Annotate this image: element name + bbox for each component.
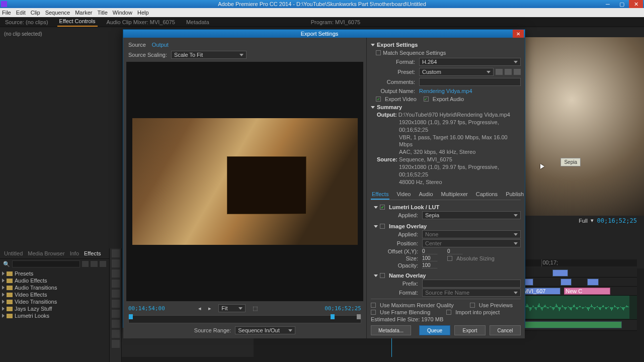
menu-marker[interactable]: Marker xyxy=(75,10,92,16)
twisty-icon[interactable] xyxy=(374,206,378,209)
lumetri-select[interactable]: Sepia xyxy=(422,211,521,219)
offset-x-input[interactable] xyxy=(422,248,437,254)
twisty-icon[interactable] xyxy=(374,275,378,277)
prefix-input[interactable] xyxy=(422,280,521,288)
tree-item[interactable]: Audio Effects xyxy=(2,277,107,284)
tab-metadata[interactable]: Metadata xyxy=(184,18,211,27)
timecode-out[interactable]: 00;16;52;25 xyxy=(325,305,361,312)
menu-window[interactable]: Window xyxy=(113,10,132,16)
fx-badge-icon-3[interactable] xyxy=(100,261,106,267)
source-scaling-select[interactable]: Scale To Fit xyxy=(171,51,247,59)
twisty-icon[interactable] xyxy=(374,225,378,228)
export-button[interactable]: Export xyxy=(454,325,486,335)
hand-tool[interactable] xyxy=(112,330,120,338)
menu-sequence[interactable]: Sequence xyxy=(45,10,70,16)
track-select-tool[interactable] xyxy=(112,259,120,267)
comments-input[interactable] xyxy=(419,78,521,86)
tree-item[interactable]: Video Transitions xyxy=(2,298,107,305)
twisty-icon[interactable] xyxy=(371,106,375,109)
chevron-down-icon[interactable]: ▾ xyxy=(591,217,594,224)
fx-badge-icon-2[interactable] xyxy=(91,261,97,267)
subtab-multiplexer[interactable]: Multiplexer xyxy=(440,190,469,200)
subtab-video[interactable]: Video xyxy=(395,190,412,200)
tree-item[interactable]: Audio Transitions xyxy=(2,284,107,291)
subtab-effects[interactable]: Effects xyxy=(371,190,389,200)
tree-item[interactable]: Video Effects xyxy=(2,291,107,298)
max-render-checkbox[interactable] xyxy=(371,303,376,308)
next-frame-icon[interactable]: ▸ xyxy=(208,305,211,312)
menu-clip[interactable]: Clip xyxy=(31,10,40,16)
name-overlay-checkbox[interactable] xyxy=(380,273,385,278)
abs-sizing-checkbox[interactable] xyxy=(447,256,452,261)
subtab-captions[interactable]: Captions xyxy=(475,190,499,200)
import-preset-icon[interactable] xyxy=(505,69,512,75)
queue-button[interactable]: Queue xyxy=(419,325,450,335)
rate-stretch-tool[interactable] xyxy=(112,290,120,298)
maximize-button[interactable]: ▢ xyxy=(615,0,629,8)
export-timeline[interactable] xyxy=(128,315,361,323)
video-clip[interactable] xyxy=(552,269,568,277)
menu-help[interactable]: Help xyxy=(137,10,149,16)
aspect-ratio-icon[interactable]: ⬚ xyxy=(253,305,258,312)
offset-y-input[interactable] xyxy=(447,248,462,254)
close-button[interactable]: ✕ xyxy=(629,0,643,8)
selection-tool[interactable] xyxy=(112,249,120,257)
tab-output[interactable]: Output xyxy=(152,42,169,48)
zoom-tool[interactable] xyxy=(112,340,120,348)
tab-audio-mixer[interactable]: Audio Clip Mixer: MVI_6075 xyxy=(105,18,177,27)
delete-preset-icon[interactable] xyxy=(514,69,521,75)
match-seq-checkbox[interactable] xyxy=(376,50,381,55)
image-overlay-select[interactable]: None xyxy=(422,230,521,238)
pen-tool[interactable] xyxy=(112,320,120,328)
tab-project-untitled[interactable]: Untitled xyxy=(4,250,23,256)
rolling-edit-tool[interactable] xyxy=(112,280,120,288)
tree-item[interactable]: Lumetri Looks xyxy=(2,312,107,319)
save-preset-icon[interactable] xyxy=(496,69,503,75)
subtab-audio[interactable]: Audio xyxy=(418,190,434,200)
effects-search-input[interactable] xyxy=(12,260,80,267)
cancel-button[interactable]: Cancel xyxy=(490,325,521,335)
preset-select[interactable]: Custom xyxy=(419,68,494,76)
frame-blending-checkbox[interactable] xyxy=(371,310,376,315)
lumetri-checkbox[interactable]: ✓ xyxy=(380,205,385,210)
timecode-in[interactable]: 00;14;54;00 xyxy=(128,305,165,312)
tree-item[interactable]: Jays Lazy Stuff xyxy=(2,305,107,312)
name-format-select[interactable]: Source File Name xyxy=(422,289,521,297)
tab-source[interactable]: Source xyxy=(128,42,146,48)
dialog-titlebar[interactable]: Export Settings ✕ xyxy=(123,30,525,38)
prev-frame-icon[interactable]: ◂ xyxy=(198,305,201,312)
tab-info[interactable]: Info xyxy=(70,250,79,256)
export-audio-checkbox[interactable]: ✓ xyxy=(424,97,429,102)
position-select[interactable]: Center xyxy=(422,239,521,247)
fx-badge-icon[interactable] xyxy=(82,261,89,267)
video-clip[interactable] xyxy=(587,279,599,286)
tab-effects[interactable]: Effects xyxy=(84,250,101,256)
menu-file[interactable]: File xyxy=(2,10,11,16)
tab-source[interactable]: Source: (no clips) xyxy=(3,18,50,27)
size-input[interactable] xyxy=(422,255,437,261)
menu-edit[interactable]: Edit xyxy=(16,10,26,16)
tab-program[interactable]: Program: MVI_6075 xyxy=(309,18,362,27)
slip-tool[interactable] xyxy=(112,310,120,318)
opacity-input[interactable] xyxy=(422,262,437,268)
program-zoom[interactable]: Full xyxy=(579,218,588,224)
source-range-select[interactable]: Sequence In/Out xyxy=(235,326,295,334)
output-name-link[interactable]: Rendering Vidya.mp4 xyxy=(419,88,472,94)
use-previews-checkbox[interactable] xyxy=(470,303,475,308)
tab-effect-controls[interactable]: Effect Controls xyxy=(57,17,98,27)
tab-media-browser[interactable]: Media Browser xyxy=(28,250,64,256)
video-clip[interactable]: MVI_607 xyxy=(522,288,560,295)
dialog-close-button[interactable]: ✕ xyxy=(513,30,524,38)
format-select[interactable]: H.264 xyxy=(419,58,521,66)
video-clip-new[interactable]: New C xyxy=(564,288,610,295)
subtab-publish[interactable]: Publish xyxy=(505,190,525,200)
image-overlay-checkbox[interactable] xyxy=(380,224,385,229)
fit-select[interactable]: Fit xyxy=(218,304,246,312)
import-project-checkbox[interactable] xyxy=(446,310,451,315)
razor-tool[interactable] xyxy=(112,300,120,308)
menu-title[interactable]: Title xyxy=(97,10,107,16)
ripple-edit-tool[interactable] xyxy=(112,269,120,278)
minimize-button[interactable]: ─ xyxy=(601,0,615,8)
export-video-checkbox[interactable]: ✓ xyxy=(376,97,381,102)
tree-item[interactable]: Presets xyxy=(2,270,107,277)
